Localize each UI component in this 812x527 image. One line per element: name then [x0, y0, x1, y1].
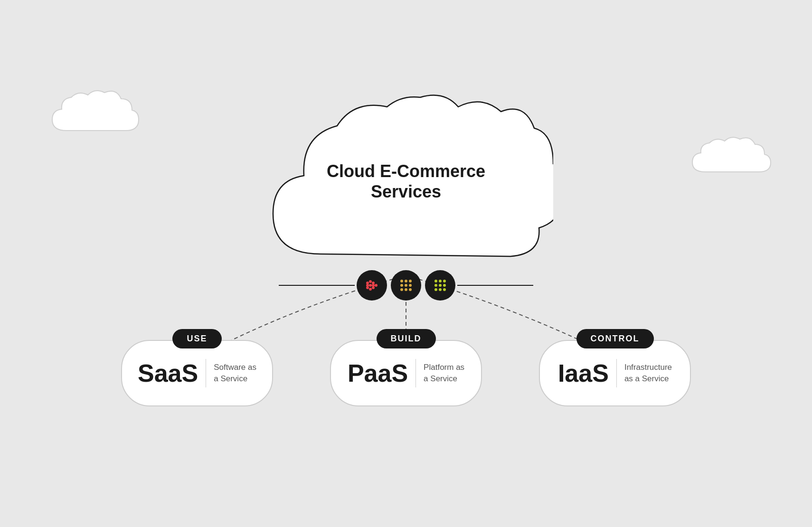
icon-arrow	[357, 270, 387, 301]
svg-point-14	[405, 284, 407, 287]
paas-label: BUILD	[377, 329, 436, 348]
connector-line-left	[279, 285, 355, 286]
service-card-iaas: CONTROL IaaS Infrastructure as a Service	[539, 329, 691, 406]
svg-point-12	[409, 280, 412, 282]
svg-point-23	[439, 284, 442, 287]
svg-point-4	[369, 284, 372, 287]
svg-point-24	[443, 284, 446, 287]
svg-point-5	[369, 288, 372, 291]
svg-point-10	[400, 280, 403, 282]
saas-description: Software as a Service	[214, 362, 256, 385]
iaas-description: Infrastructure as a Service	[624, 362, 672, 385]
svg-point-26	[439, 288, 442, 291]
iaas-acronym: IaaS	[558, 359, 609, 387]
svg-point-19	[434, 280, 437, 282]
saas-body: SaaS Software as a Service	[121, 340, 273, 406]
main-cloud: Cloud E-Commerce Services	[259, 93, 553, 275]
iaas-body: IaaS Infrastructure as a Service	[539, 340, 691, 406]
svg-point-11	[405, 280, 407, 282]
svg-point-3	[369, 280, 372, 283]
diagram-container: Cloud E-Commerce Services	[0, 0, 812, 527]
svg-point-17	[405, 288, 407, 291]
svg-point-27	[443, 288, 446, 291]
icon-row	[279, 270, 533, 301]
svg-point-9	[375, 284, 378, 287]
svg-point-15	[409, 284, 412, 287]
paas-divider	[415, 359, 416, 387]
svg-point-2	[366, 286, 369, 289]
paas-acronym: PaaS	[348, 359, 408, 387]
icon-grid	[391, 270, 421, 301]
service-card-paas: BUILD PaaS Platform as a Service	[330, 329, 482, 406]
saas-divider	[206, 359, 206, 387]
icon-dots	[425, 270, 455, 301]
svg-point-16	[400, 288, 403, 291]
paas-body: PaaS Platform as a Service	[330, 340, 482, 406]
iaas-label: CONTROL	[576, 329, 654, 348]
svg-point-25	[434, 288, 437, 291]
svg-point-21	[443, 280, 446, 282]
iaas-divider	[616, 359, 617, 387]
svg-point-22	[434, 284, 437, 287]
svg-point-18	[409, 288, 412, 291]
connector-line-right	[457, 285, 533, 286]
svg-point-8	[372, 286, 375, 289]
decorative-cloud-left	[47, 85, 152, 142]
svg-point-20	[439, 280, 442, 282]
decorative-cloud-right	[689, 133, 784, 180]
services-row: USE SaaS Software as a Service BUILD Paa…	[121, 329, 691, 406]
saas-acronym: SaaS	[138, 359, 198, 387]
svg-point-13	[400, 284, 403, 287]
service-card-saas: USE SaaS Software as a Service	[121, 329, 273, 406]
paas-description: Platform as a Service	[424, 362, 464, 385]
cloud-title: Cloud E-Commerce Services	[311, 161, 501, 202]
saas-label: USE	[172, 329, 221, 348]
